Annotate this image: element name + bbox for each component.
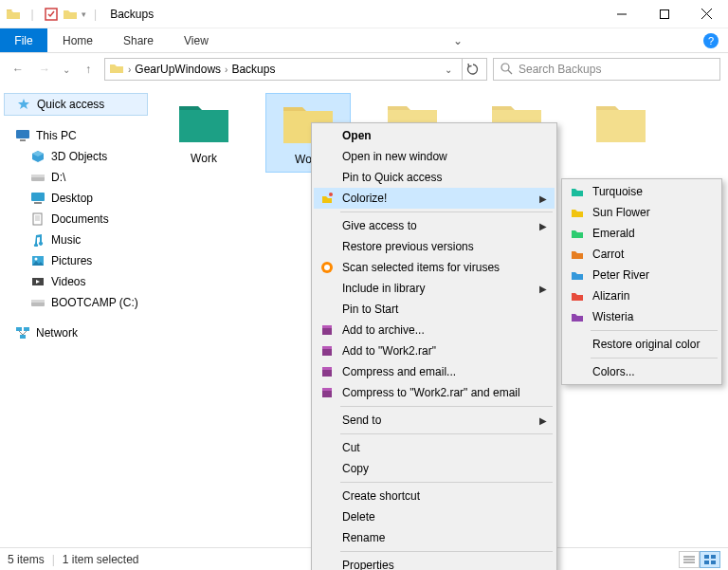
folder-item[interactable]: Work [161,93,246,173]
color-more[interactable]: Colors... [564,361,719,382]
search-icon [500,62,513,78]
ctx-include-library[interactable]: Include in library▶ [314,278,555,299]
ribbon-view-tab[interactable]: View [169,28,224,52]
breadcrumb-parent[interactable]: GearUpWindows [135,63,221,76]
back-button[interactable]: ← [8,59,28,80]
help-button[interactable]: ? [701,31,720,50]
view-icons-button[interactable] [700,551,720,568]
ctx-compress-email[interactable]: Compress and email... [314,361,555,382]
svg-line-6 [508,70,512,74]
star-icon [16,97,31,112]
winrar-icon [319,322,335,338]
sidebar-videos[interactable]: Videos [4,271,148,292]
status-selected-count: 1 item selected [63,553,139,566]
ctx-create-shortcut[interactable]: Create shortcut [314,486,555,506]
sidebar-3d-objects[interactable]: 3D Objects [4,146,148,167]
refresh-button[interactable] [462,59,482,80]
color-sunflower[interactable]: Sun Flower [564,202,719,223]
title-bar: | ▾ | Backups [0,0,728,28]
minimize-button[interactable] [600,0,643,28]
address-row: ← → ⌄ ↑ › GearUpWindows › Backups ⌄ Sear… [0,53,728,85]
svg-rect-11 [31,193,45,201]
navigation-pane: Quick access This PC 3D Objects D:\ Desk… [0,85,152,545]
sidebar-network[interactable]: Network [4,322,148,343]
sidebar-desktop[interactable]: Desktop [4,188,148,209]
ctx-open-new-window[interactable]: Open in new window [314,146,555,167]
qat-dropdown-icon[interactable]: ▾ [82,9,86,19]
ctx-add-rar[interactable]: Add to "Work2.rar" [314,340,555,361]
folder-color-icon [570,267,585,283]
color-alizarin[interactable]: Alizarin [564,285,719,306]
ctx-pin-start[interactable]: Pin to Start [314,299,555,320]
ribbon-expand-icon[interactable]: ⌄ [453,28,468,52]
forward-button[interactable]: → [34,59,55,80]
color-peter-river[interactable]: Peter River [564,265,719,285]
winrar-icon [319,343,335,359]
chevron-icon[interactable]: › [128,64,131,75]
sidebar-documents[interactable]: Documents [4,209,148,230]
recent-dropdown[interactable]: ⌄ [61,59,72,80]
ctx-separator [340,211,553,212]
ctx-copy[interactable]: Copy [314,458,555,479]
sidebar-quick-access[interactable]: Quick access [4,93,148,116]
ribbon-share-tab[interactable]: Share [108,28,169,52]
maximize-button[interactable] [643,0,685,28]
sidebar-bootcamp[interactable]: BOOTCAMP (C:) [4,292,148,313]
folder-color-icon [570,226,585,241]
sidebar-d-drive[interactable]: D:\ [4,167,148,188]
antivirus-icon [319,260,335,275]
ctx-add-archive[interactable]: Add to archive... [314,320,555,340]
folder-item[interactable] [578,93,664,173]
ctx-rename[interactable]: Rename [314,527,555,548]
svg-rect-10 [31,175,45,177]
ctx-separator [340,406,553,407]
ribbon-file-tab[interactable]: File [0,28,47,52]
sidebar-label: This PC [36,129,77,142]
ribbon-home-tab[interactable]: Home [47,28,108,52]
ctx-scan-viruses[interactable]: Scan selected items for viruses [314,257,555,278]
address-dropdown-icon[interactable]: ⌄ [445,64,458,75]
submenu-arrow-icon: ▶ [539,415,547,426]
sidebar-pictures[interactable]: Pictures [4,250,148,271]
sidebar-label: Documents [51,212,109,226]
ctx-properties[interactable]: Properties [314,555,555,570]
qat-folder-icon[interactable] [63,7,78,22]
color-emerald[interactable]: Emerald [564,223,719,244]
sidebar-music[interactable]: Music [4,230,148,250]
ctx-give-access[interactable]: Give access to▶ [314,215,555,236]
properties-icon[interactable] [44,7,59,22]
breadcrumb-current[interactable]: Backups [231,63,275,76]
ctx-restore-previous[interactable]: Restore previous versions [314,236,555,257]
svg-rect-32 [322,348,332,356]
search-box[interactable]: Search Backups [493,58,720,81]
qat-divider: | [94,8,97,21]
chevron-icon[interactable]: › [225,64,228,75]
address-bar[interactable]: › GearUpWindows › Backups ⌄ [104,58,487,81]
ctx-cut[interactable]: Cut [314,437,555,458]
view-details-button[interactable] [679,551,700,568]
up-button[interactable]: ↑ [78,59,99,80]
svg-rect-30 [322,327,332,335]
svg-rect-8 [20,139,26,141]
ctx-compress-rar-email[interactable]: Compress to "Work2.rar" and email [314,382,555,403]
svg-rect-44 [711,561,716,564]
ctx-open[interactable]: Open [314,125,555,146]
ctx-separator [591,358,718,359]
folder-icon [591,99,651,148]
drive-icon [30,295,46,310]
ctx-pin-quick-access[interactable]: Pin to Quick access [314,167,555,188]
pictures-icon [30,253,46,268]
sidebar-label: 3D Objects [51,150,107,163]
sidebar-label: Music [51,233,81,247]
color-restore[interactable]: Restore original color [564,334,719,355]
sidebar-this-pc[interactable]: This PC [4,125,148,146]
color-wisteria[interactable]: Wisteria [564,306,719,327]
color-turquoise[interactable]: Turquoise [564,181,719,202]
color-carrot[interactable]: Carrot [564,244,719,265]
close-button[interactable] [685,0,728,28]
status-separator: | [52,553,55,566]
ctx-send-to[interactable]: Send to▶ [314,410,555,431]
ctx-colorize[interactable]: Colorize! ▶ [314,188,555,209]
svg-point-5 [501,64,509,71]
ctx-delete[interactable]: Delete [314,506,555,527]
